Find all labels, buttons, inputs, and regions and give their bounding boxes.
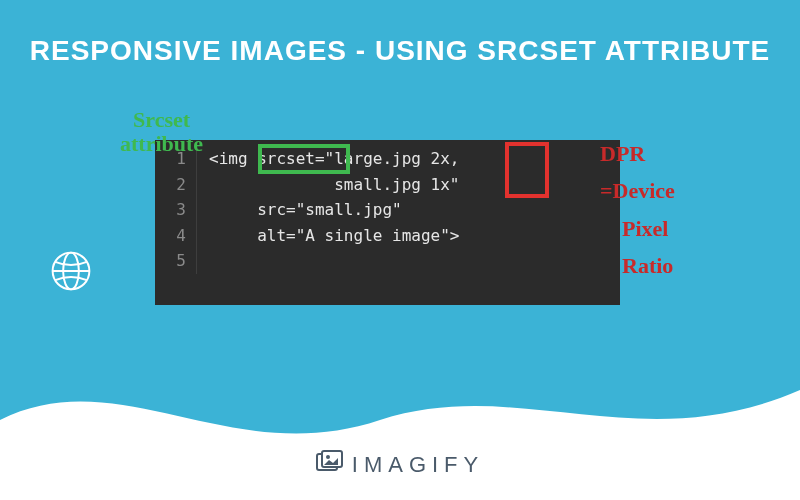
brand-name: IMAGIFY bbox=[352, 452, 484, 478]
annotation-text: attribute bbox=[120, 132, 203, 156]
globe-icon bbox=[50, 250, 92, 296]
line-number: 5 bbox=[155, 248, 197, 274]
code-text: small.jpg 1x" bbox=[197, 172, 459, 198]
annotation-srcset: Srcset attribute bbox=[120, 108, 203, 156]
line-number: 4 bbox=[155, 223, 197, 249]
svg-point-5 bbox=[326, 455, 330, 459]
annotation-dpr: DPR =Device Pixel Ratio bbox=[600, 135, 675, 285]
annotation-text: =Device bbox=[600, 172, 675, 209]
page-title: RESPONSIVE IMAGES - USING SRCSET ATTRIBU… bbox=[20, 35, 780, 67]
code-line-3: 3 src="small.jpg" bbox=[155, 197, 620, 223]
highlight-box-srcset bbox=[258, 144, 350, 174]
code-text: alt="A single image"> bbox=[197, 223, 459, 249]
code-text: src="small.jpg" bbox=[197, 197, 402, 223]
code-line-4: 4 alt="A single image"> bbox=[155, 223, 620, 249]
code-line-2: 2 small.jpg 1x" bbox=[155, 172, 620, 198]
line-number: 2 bbox=[155, 172, 197, 198]
line-number: 3 bbox=[155, 197, 197, 223]
annotation-text: Pixel bbox=[600, 210, 675, 247]
images-icon bbox=[316, 450, 344, 480]
code-text bbox=[197, 248, 209, 274]
brand-logo: IMAGIFY bbox=[0, 450, 800, 480]
code-editor: 1 <img srcset="large.jpg 2x, 2 small.jpg… bbox=[155, 140, 620, 305]
code-line-5: 5 bbox=[155, 248, 620, 274]
annotation-text: Srcset bbox=[120, 108, 203, 132]
annotation-text: Ratio bbox=[600, 247, 675, 284]
annotation-text: DPR bbox=[600, 135, 675, 172]
code-line-1: 1 <img srcset="large.jpg 2x, bbox=[155, 146, 620, 172]
header: RESPONSIVE IMAGES - USING SRCSET ATTRIBU… bbox=[0, 0, 800, 87]
highlight-box-dpr bbox=[505, 142, 549, 198]
